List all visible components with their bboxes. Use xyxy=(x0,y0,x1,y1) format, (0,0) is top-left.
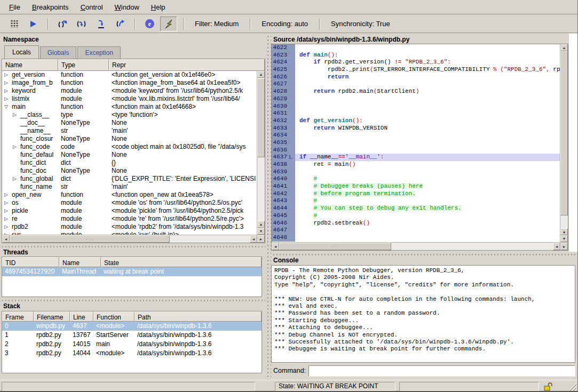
table-row[interactable]: func_closurNoneTypeNone xyxy=(2,135,257,143)
table-row[interactable]: 46974534127920MainThreadwaiting at break… xyxy=(2,267,262,276)
source-line[interactable]: 4633 return WINPDB_VERSION xyxy=(272,125,560,132)
column-header-function[interactable]: Function xyxy=(93,311,134,322)
line-gutter[interactable]: 4634 xyxy=(272,132,295,139)
table-row[interactable]: ▷func_codecode<code object main at 0x180… xyxy=(2,143,257,151)
source-line[interactable]: 4631 xyxy=(272,110,560,117)
scroll-right-icon[interactable]: ► xyxy=(257,235,265,243)
expand-icon[interactable]: ▷ xyxy=(4,71,12,79)
synchronicity-toggle-button[interactable] xyxy=(160,17,177,31)
line-gutter[interactable]: 4633 xyxy=(272,125,295,132)
table-row[interactable]: func_namestr'main' xyxy=(2,183,257,191)
source-line[interactable]: 4637Lif __name__=='__main__': xyxy=(272,154,560,161)
source-horizontal-scrollbar[interactable]: ◄ ··· ◄ ► xyxy=(272,242,568,250)
expand-icon[interactable]: ▷ xyxy=(4,199,12,207)
source-line[interactable]: 4624 if rpdb2.get_version() != "RPDB_2_3… xyxy=(272,59,560,66)
column-header-path[interactable]: Path xyxy=(134,311,262,322)
table-row[interactable]: __name__str'main' xyxy=(2,127,257,135)
scroll-down-icon[interactable]: ▼ xyxy=(560,235,568,242)
source-vertical-scrollbar[interactable]: ▲ ▲ ▼ xyxy=(560,44,568,242)
scroll-buttons[interactable]: ▲ ▼ xyxy=(257,221,265,235)
table-row[interactable]: ▷__class__type<type 'function'> xyxy=(2,111,257,119)
table-row[interactable]: func_docNoneTypeNone xyxy=(2,167,257,175)
source-line[interactable]: 4645 # xyxy=(272,212,560,220)
collapse-icon[interactable]: ▽ xyxy=(4,103,12,111)
column-header-line[interactable]: Line xyxy=(70,311,93,322)
column-header-state[interactable]: State xyxy=(101,257,262,267)
table-row[interactable]: 3rpdb2.py14044<module>/data/sys/bin/winp… xyxy=(2,349,262,358)
line-gutter[interactable]: 4640 xyxy=(272,175,295,183)
source-line[interactable]: 4628 return rpdb2.main(StartClient) xyxy=(272,88,560,95)
menu-breakpoints[interactable]: Breakpoints xyxy=(26,1,75,14)
line-gutter[interactable]: 4639 xyxy=(272,169,295,176)
line-gutter[interactable]: 4622 xyxy=(272,44,295,52)
expand-icon[interactable]: ▷ xyxy=(4,207,12,215)
scrollbar-thumb[interactable]: ··· xyxy=(279,243,391,250)
encoding-toggle-button[interactable]: e xyxy=(141,17,158,31)
table-row[interactable]: 0winpdb.py4637<module>/data/sys/bin/winp… xyxy=(2,322,262,331)
column-header-tid[interactable]: TID xyxy=(2,257,59,267)
table-row[interactable]: ▷rpdb2module<module 'rpdb2' from '/data/… xyxy=(2,223,257,231)
source-line[interactable]: 4634 xyxy=(272,132,560,139)
source-line[interactable]: 4623def main(): xyxy=(272,52,560,59)
source-line[interactable]: 4646 rpdb2.setbreak() xyxy=(272,220,560,227)
scroll-left-icon[interactable]: ◄ xyxy=(553,243,560,250)
line-gutter[interactable]: 4647 xyxy=(272,227,295,234)
break-button[interactable] xyxy=(5,17,22,31)
column-header-type[interactable]: Type xyxy=(58,59,109,71)
tab-globals[interactable]: Globals xyxy=(40,46,77,59)
goto-button[interactable] xyxy=(92,17,109,31)
expand-icon[interactable]: ▷ xyxy=(4,223,12,231)
line-gutter[interactable]: 4644 xyxy=(272,205,295,212)
source-line[interactable]: 4630 xyxy=(272,103,560,110)
column-header-repr[interactable]: Repr xyxy=(109,59,265,71)
scroll-down-icon[interactable]: ▼ xyxy=(257,228,265,235)
line-gutter[interactable]: 4646 xyxy=(272,220,295,227)
source-line[interactable]: 4643 # xyxy=(272,197,560,205)
line-gutter[interactable]: 4643 xyxy=(272,197,295,205)
table-row[interactable]: ▷func_globaldict{'DLG_EXPR_TITLE': 'Ente… xyxy=(2,175,257,183)
source-line[interactable]: 4640 # xyxy=(272,175,560,183)
line-gutter[interactable]: 4627 xyxy=(272,81,295,88)
column-header-frame[interactable]: Frame xyxy=(2,311,34,322)
source-line[interactable]: 4625 rpdb2._print(STR_ERROR_INTERFACE_CO… xyxy=(272,66,560,74)
source-console-sash[interactable] xyxy=(271,252,578,256)
tab-exception[interactable]: Exception xyxy=(77,46,121,59)
expand-icon[interactable]: ▷ xyxy=(13,111,20,119)
table-row[interactable]: __doc__NoneTypeNone xyxy=(2,119,257,127)
source-line[interactable]: 4622 xyxy=(272,44,560,52)
scroll-up-icon[interactable]: ▲ xyxy=(257,71,265,78)
column-header-name[interactable]: Name xyxy=(59,257,101,267)
table-row[interactable]: ▷open_newfunction<function open_new at 0… xyxy=(2,191,257,199)
line-gutter[interactable]: 4630 xyxy=(272,103,295,110)
source-line[interactable]: 4639 xyxy=(272,169,560,176)
expand-icon[interactable]: ▷ xyxy=(4,231,12,235)
line-gutter[interactable]: 4638 xyxy=(272,161,295,169)
table-row[interactable]: ▷osmodule<module 'os' from '/usr/lib64/p… xyxy=(2,199,257,207)
table-row[interactable]: func_defaulNoneTypeNone xyxy=(2,151,257,159)
resize-grip[interactable] xyxy=(568,383,576,391)
line-gutter[interactable]: 4626 xyxy=(272,74,295,81)
expand-icon[interactable]: ▷ xyxy=(13,175,20,183)
scroll-up-icon[interactable]: ▲ xyxy=(560,228,568,235)
scroll-left-icon[interactable]: ◄ xyxy=(272,243,279,250)
namespace-horizontal-scrollbar[interactable]: ◄ ··· ◄ ► xyxy=(2,235,265,243)
expand-icon[interactable]: ▷ xyxy=(13,143,20,151)
table-row[interactable]: ▽mainfunction<function main at 0x1ef4668… xyxy=(2,103,257,111)
scroll-left-icon[interactable]: ◄ xyxy=(250,235,257,243)
menu-help[interactable]: Help xyxy=(145,1,171,14)
scroll-right-icon[interactable]: ► xyxy=(560,243,568,250)
threads-stack-sash[interactable] xyxy=(0,298,265,302)
expand-icon[interactable]: ▷ xyxy=(4,95,12,103)
table-row[interactable]: ▷keywordmodule<module 'keyword' from '/u… xyxy=(2,87,257,95)
table-row[interactable]: 2rpdb2.py14015main/data/sys/bin/winpdb-1… xyxy=(2,340,262,349)
line-gutter[interactable]: 4625 xyxy=(272,66,295,74)
line-gutter[interactable]: 4631 xyxy=(272,110,295,117)
source-line[interactable]: 4647 xyxy=(272,227,560,234)
table-row[interactable]: ▷listmixmodule<module 'wx.lib.mixins.lis… xyxy=(2,95,257,103)
source-line[interactable]: 4641 # Debuggee breaks (pauses) here xyxy=(272,183,560,190)
column-header-name[interactable]: Name xyxy=(2,59,58,71)
scrollbar-thumb[interactable] xyxy=(560,51,568,215)
table-row[interactable]: func_dictdict{} xyxy=(2,159,257,167)
expand-icon[interactable]: ▷ xyxy=(4,191,12,199)
table-row[interactable]: ▷picklemodule<module 'pickle' from '/usr… xyxy=(2,207,257,215)
